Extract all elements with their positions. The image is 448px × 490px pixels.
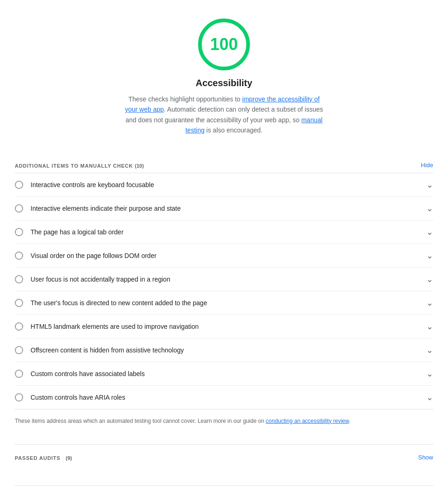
audit-item[interactable]: The page has a logical tab order ⌄ [15, 220, 433, 244]
score-description: These checks highlight opportunities to … [122, 94, 326, 136]
audit-status-icon [15, 275, 23, 283]
audit-status-icon [15, 204, 23, 213]
chevron-down-icon: ⌄ [426, 180, 433, 190]
audit-item[interactable]: The user's focus is directed to new cont… [15, 291, 433, 315]
chevron-down-icon: ⌄ [426, 274, 433, 284]
manual-checks-count: (10) [135, 163, 144, 169]
audit-status-icon [15, 251, 23, 260]
passed-audits-section: PASSED AUDITS (9) Show [15, 444, 433, 471]
audit-item-left: Interactive controls are keyboard focusa… [15, 181, 154, 189]
audit-status-icon [15, 346, 23, 354]
chevron-down-icon: ⌄ [426, 392, 433, 402]
not-applicable-section: NOT APPLICABLE (52) Show [15, 485, 433, 490]
audit-item-left: Custom controls have associated labels [15, 370, 145, 378]
passed-audits-title-group: PASSED AUDITS (9) [15, 454, 72, 461]
audit-label: Visual order on the page follows DOM ord… [31, 252, 156, 259]
audit-item[interactable]: Custom controls have ARIA roles ⌄ [15, 386, 433, 409]
audit-status-icon [15, 393, 23, 402]
audit-status-icon [15, 299, 23, 307]
audit-label: The page has a logical tab order [31, 228, 124, 236]
audit-status-icon [15, 322, 23, 331]
score-section: 100 Accessibility These checks highlight… [15, 0, 433, 151]
manual-checks-header: ADDITIONAL ITEMS TO MANUALLY CHECK (10) … [15, 151, 433, 173]
score-desc-before: These checks highlight opportunities to [128, 95, 242, 103]
audit-item[interactable]: HTML5 landmark elements are used to impr… [15, 315, 433, 339]
chevron-down-icon: ⌄ [426, 345, 433, 355]
audit-item-left: Interactive elements indicate their purp… [15, 204, 181, 213]
score-desc-after: is also encouraged. [205, 126, 262, 134]
passed-audits-header: PASSED AUDITS (9) Show [15, 444, 433, 471]
audit-label: Offscreen content is hidden from assisti… [31, 346, 184, 354]
audit-item-left: User focus is not accidentally trapped i… [15, 275, 170, 283]
audit-item[interactable]: Visual order on the page follows DOM ord… [15, 244, 433, 268]
audit-item-left: Custom controls have ARIA roles [15, 393, 125, 402]
audit-item-left: HTML5 landmark elements are used to impr… [15, 322, 199, 331]
manual-checks-list: Interactive controls are keyboard focusa… [15, 173, 433, 409]
footer-after: . [349, 418, 350, 424]
manual-checks-title: ADDITIONAL ITEMS TO MANUALLY CHECK (10) [15, 162, 144, 169]
audit-label: Interactive elements indicate their purp… [31, 205, 181, 212]
passed-audits-count: (9) [66, 455, 72, 461]
audit-label: Interactive controls are keyboard focusa… [31, 181, 154, 188]
audit-label: User focus is not accidentally trapped i… [31, 276, 170, 283]
chevron-down-icon: ⌄ [426, 298, 433, 308]
score-title: Accessibility [196, 78, 252, 88]
score-circle: 100 [198, 19, 250, 70]
page-container: 100 Accessibility These checks highlight… [0, 0, 448, 490]
audit-label: Custom controls have associated labels [31, 370, 145, 377]
audit-status-icon [15, 181, 23, 189]
audit-item[interactable]: User focus is not accidentally trapped i… [15, 268, 433, 291]
audit-item[interactable]: Interactive elements indicate their purp… [15, 197, 433, 220]
audit-item[interactable]: Offscreen content is hidden from assisti… [15, 339, 433, 362]
chevron-down-icon: ⌄ [426, 251, 433, 261]
audit-label: The user's focus is directed to new cont… [31, 299, 207, 307]
audit-item-left: Offscreen content is hidden from assisti… [15, 346, 184, 354]
audit-item-left: Visual order on the page follows DOM ord… [15, 251, 156, 260]
audit-item-left: The user's focus is directed to new cont… [15, 299, 207, 307]
accessibility-review-link[interactable]: conducting an accessibility review [266, 418, 348, 424]
chevron-down-icon: ⌄ [426, 369, 433, 379]
footer-before: These items address areas which an autom… [15, 418, 266, 424]
passed-audits-label: PASSED AUDITS [15, 455, 60, 461]
manual-check-note: These items address areas which an autom… [15, 409, 433, 429]
passed-audits-toggle[interactable]: Show [418, 454, 433, 461]
not-applicable-header: NOT APPLICABLE (52) Show [15, 485, 433, 490]
audit-label: Custom controls have ARIA roles [31, 394, 125, 401]
audit-status-icon [15, 228, 23, 236]
manual-checks-toggle[interactable]: Hide [421, 162, 433, 169]
manual-checks-label: ADDITIONAL ITEMS TO MANUALLY CHECK [15, 163, 133, 169]
audit-item[interactable]: Custom controls have associated labels ⌄ [15, 362, 433, 386]
audit-label: HTML5 landmark elements are used to impr… [31, 323, 199, 330]
chevron-down-icon: ⌄ [426, 203, 433, 214]
audit-item-left: The page has a logical tab order [15, 228, 124, 236]
score-value: 100 [210, 35, 238, 54]
audit-item[interactable]: Interactive controls are keyboard focusa… [15, 173, 433, 197]
chevron-down-icon: ⌄ [426, 321, 433, 332]
audit-status-icon [15, 370, 23, 378]
chevron-down-icon: ⌄ [426, 227, 433, 237]
